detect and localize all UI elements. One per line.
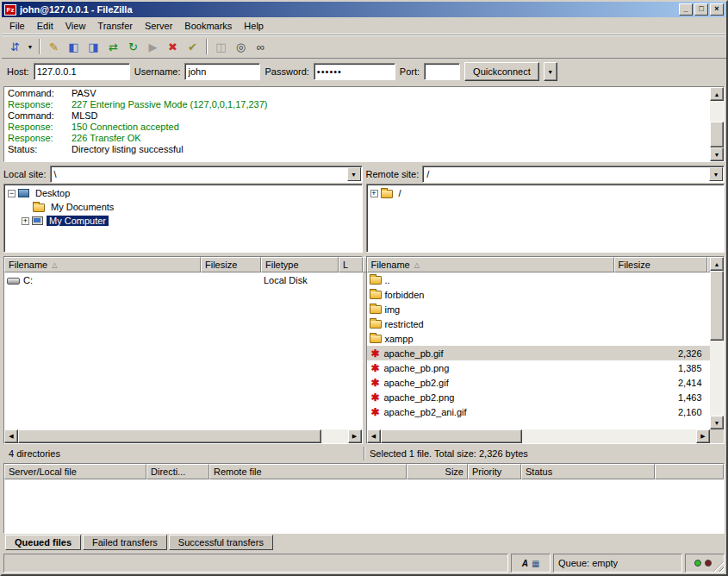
expand-icon[interactable]: + — [22, 217, 29, 225]
host-input[interactable] — [34, 63, 130, 80]
scrollbar-thumb[interactable] — [18, 429, 321, 443]
scrollbar-track[interactable] — [710, 271, 724, 416]
file-row-item[interactable]: .. — [367, 272, 711, 287]
scrollbar-track[interactable] — [18, 429, 348, 443]
column-header-status[interactable]: Status — [521, 464, 655, 479]
file-name: img — [385, 304, 401, 315]
local-site-combobox[interactable]: \ ▼ — [50, 166, 363, 183]
file-row-apache-pb2-gif[interactable]: ✱apache_pb2.gif2,414 — [367, 375, 711, 390]
scroll-right-button[interactable]: ▶ — [348, 429, 362, 443]
column-header-remote-file[interactable]: Remote file — [209, 464, 407, 479]
search-icon[interactable]: ∞ — [251, 37, 271, 56]
tree-item-desktop[interactable]: −Desktop — [4, 186, 362, 200]
remote-vertical-scrollbar[interactable]: ▲ ▼ — [710, 257, 724, 429]
expand-icon[interactable]: + — [370, 190, 378, 197]
tab-failed-transfers[interactable]: Failed transfers — [83, 535, 167, 550]
column-header-filesize[interactable]: Filesize — [614, 257, 707, 272]
username-input[interactable] — [184, 63, 260, 80]
scroll-left-button[interactable]: ◀ — [367, 429, 381, 443]
scroll-down-button[interactable]: ▼ — [710, 416, 724, 429]
remote-site-combobox[interactable]: / ▼ — [422, 166, 725, 183]
log-scrollbar[interactable]: ▲ ▼ — [710, 87, 724, 161]
file-row-apache-pb2-ani-gif[interactable]: ✱apache_pb2_ani.gif2,160 — [367, 404, 711, 419]
quickconnect-button[interactable]: Quickconnect — [464, 62, 539, 81]
scrollbar-track[interactable] — [381, 429, 697, 443]
scroll-up-button[interactable]: ▲ — [710, 87, 724, 101]
column-header-filename[interactable]: Filename△ — [367, 257, 614, 272]
quickconnect-dropdown-button[interactable]: ▼ — [544, 62, 557, 81]
refresh-icon[interactable]: ↻ — [123, 37, 143, 56]
cancel-icon[interactable]: ✖ — [163, 37, 183, 56]
combobox-dropdown-icon[interactable]: ▼ — [709, 167, 723, 181]
column-header-filename[interactable]: Filename△ — [4, 257, 201, 272]
log-line-label: Response: — [4, 99, 72, 110]
desktop-icon — [18, 189, 29, 197]
menu-file[interactable]: File — [3, 19, 31, 33]
file-row-apache-pb-png[interactable]: ✱apache_pb.png1,385 — [367, 360, 711, 375]
combobox-dropdown-icon[interactable]: ▼ — [347, 167, 361, 181]
filezilla-logo-icon: Fz — [4, 4, 16, 16]
menu-help[interactable]: Help — [238, 19, 270, 33]
file-row-img[interactable]: img — [367, 302, 711, 316]
tree-item-my-documents[interactable]: My Documents — [4, 200, 362, 214]
message-log-toggle-icon[interactable]: ✎ — [44, 37, 64, 56]
site-manager-dropdown-icon[interactable]: ▼ — [25, 37, 35, 56]
titlebar[interactable]: Fz john@127.0.0.1 - FileZilla _ □ × — [2, 2, 726, 17]
tree-item-label: Desktop — [33, 188, 72, 198]
tree-item-my-computer[interactable]: +My Computer — [4, 214, 362, 228]
password-input[interactable] — [314, 63, 395, 80]
log-line: Command:MLSD — [4, 110, 709, 122]
find-files-icon[interactable]: ◎ — [231, 37, 251, 56]
log-line-label: Command: — [4, 110, 72, 122]
file-row-forbidden[interactable]: forbidden — [367, 287, 711, 302]
column-header-size[interactable]: Size — [407, 464, 468, 479]
tree-item-item[interactable]: +/ — [367, 186, 725, 200]
maximize-button[interactable]: □ — [694, 3, 708, 16]
file-row-restricted[interactable]: restricted — [367, 316, 711, 331]
folder-icon — [33, 203, 45, 212]
column-header-server-local-file[interactable]: Server/Local file — [4, 464, 146, 479]
scrollbar-thumb[interactable] — [710, 271, 724, 341]
menu-edit[interactable]: Edit — [31, 19, 59, 33]
close-button[interactable]: × — [710, 3, 724, 16]
local-file-list: Filename△FilesizeFiletypeL C:Local Disk … — [3, 256, 363, 444]
menu-view[interactable]: View — [59, 19, 92, 33]
log-line-text: MLSD — [72, 110, 98, 122]
menu-server[interactable]: Server — [139, 19, 178, 33]
local-tree-toggle-icon[interactable]: ◧ — [64, 37, 84, 56]
scroll-down-button[interactable]: ▼ — [710, 147, 724, 161]
column-header-filetype[interactable]: Filetype — [261, 257, 339, 272]
file-row-apache-pb2-png[interactable]: ✱apache_pb2.png1,463 — [367, 390, 711, 404]
column-header-directi[interactable]: Directi... — [146, 464, 209, 479]
scroll-right-button[interactable]: ▶ — [696, 429, 710, 443]
minimize-button[interactable]: _ — [679, 3, 693, 16]
file-row-c[interactable]: C:Local Disk — [4, 272, 362, 287]
log-scrollbar-thumb[interactable] — [710, 122, 724, 147]
remote-tree-toggle-icon[interactable]: ◨ — [84, 37, 103, 56]
scroll-up-button[interactable]: ▲ — [710, 257, 724, 271]
scroll-left-button[interactable]: ◀ — [4, 429, 18, 443]
menu-bookmarks[interactable]: Bookmarks — [178, 19, 238, 33]
log-line-text: 226 Transfer OK — [72, 133, 141, 144]
queue-toggle-icon[interactable]: ⇄ — [103, 37, 123, 56]
remote-file-list-body: ..forbiddenimgrestrictedxampp✱apache_pb.… — [367, 272, 711, 429]
collapse-icon[interactable]: − — [8, 190, 16, 197]
port-input[interactable] — [424, 63, 460, 80]
column-header-priority[interactable]: Priority — [468, 464, 521, 479]
menu-transfer[interactable]: Transfer — [91, 19, 139, 33]
file-row-apache-pb-gif[interactable]: ✱apache_pb.gif2,326 — [367, 346, 711, 360]
column-header-l[interactable]: L — [339, 257, 363, 272]
log-scrollbar-track[interactable] — [710, 101, 724, 147]
file-row-xampp[interactable]: xampp — [367, 331, 711, 346]
site-manager-icon[interactable]: ⇵ — [5, 37, 25, 56]
tab-successful-transfers[interactable]: Successful transfers — [169, 535, 273, 550]
tree-item-label: My Documents — [48, 202, 116, 212]
column-header-filesize[interactable]: Filesize — [201, 257, 261, 272]
scrollbar-thumb[interactable] — [381, 429, 523, 443]
disconnect-icon[interactable]: ✔ — [183, 37, 202, 56]
column-header-label: Priority — [472, 466, 501, 477]
local-horizontal-scrollbar[interactable]: ◀ ▶ — [4, 429, 362, 443]
resize-grip[interactable] — [713, 561, 724, 572]
tab-queued-files[interactable]: Queued files — [5, 535, 81, 550]
remote-horizontal-scrollbar[interactable]: ◀ ▶ — [367, 429, 725, 443]
